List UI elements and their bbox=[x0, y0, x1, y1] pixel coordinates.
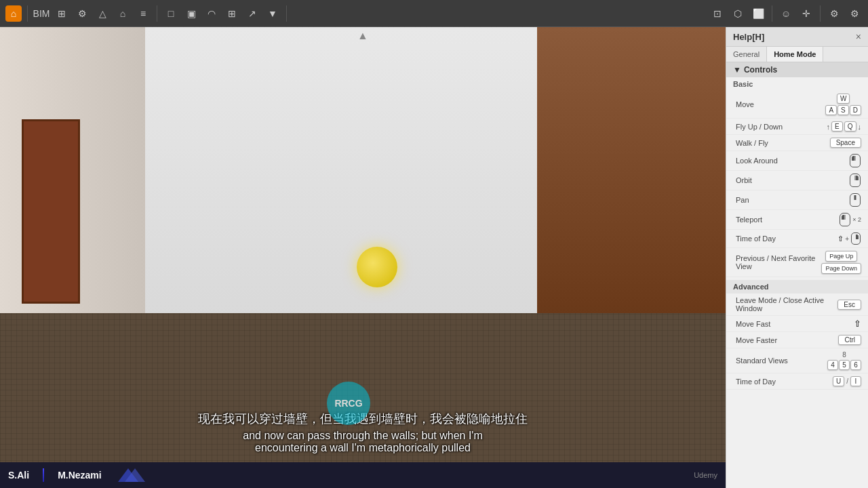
key-esc: Esc bbox=[837, 300, 861, 310]
up-arrow-icon: ↑ bbox=[827, 123, 831, 131]
doc2-icon[interactable]: ▣ bbox=[183, 5, 199, 22]
sep5 bbox=[820, 5, 821, 22]
controls-section-header: ▼ Controls bbox=[726, 62, 868, 77]
move-faster-row: Move Faster Ctrl bbox=[726, 332, 868, 348]
sun-ball bbox=[357, 247, 397, 287]
curve-icon[interactable]: ◠ bbox=[203, 5, 220, 22]
orbit-row: Orbit bbox=[726, 171, 868, 190]
key-w: W bbox=[837, 94, 850, 104]
key-q: Q bbox=[844, 121, 856, 131]
key-5: 5 bbox=[839, 360, 850, 370]
orbit-label: Orbit bbox=[736, 176, 849, 184]
name-divider bbox=[43, 468, 44, 482]
person-icon[interactable]: ☺ bbox=[778, 5, 794, 22]
key-a: A bbox=[825, 105, 837, 115]
time-of-day-ui-row: Time of Day U / I bbox=[726, 373, 868, 390]
pan-label: Pan bbox=[736, 196, 849, 204]
key-space: Space bbox=[830, 138, 861, 148]
standard-views-row: Standard Views 8 4 5 6 bbox=[726, 348, 868, 373]
num-8-icon: 8 bbox=[842, 351, 846, 359]
move-faster-label: Move Faster bbox=[736, 336, 838, 344]
look-around-label: Look Around bbox=[736, 157, 849, 165]
mouse-right-icon bbox=[850, 174, 861, 187]
dropdown-icon[interactable]: ▼ bbox=[264, 5, 281, 22]
mouse-dbl-icon bbox=[840, 213, 850, 226]
toolbar: ⌂ BIM ⊞ ⚙ △ ⌂ ≡ □ ▣ ◠ ⊞ ↗ ▼ ⊡ ⬡ ⬜ ☺ ✛ ⚙ … bbox=[0, 0, 868, 27]
time-of-day-keys: ⇧ + bbox=[837, 232, 861, 245]
svg-text:RRCG: RRCG bbox=[334, 398, 362, 409]
look-around-row: Look Around bbox=[726, 151, 868, 171]
cube-icon[interactable]: ⬡ bbox=[730, 5, 746, 22]
grid-icon[interactable]: ⊞ bbox=[224, 5, 240, 22]
time-of-day-label: Time of Day bbox=[736, 235, 837, 243]
teleport-row: Teleport × 2 bbox=[726, 210, 868, 230]
look-around-keys bbox=[849, 154, 861, 167]
arrow-icon[interactable]: ↗ bbox=[244, 5, 260, 22]
move3d-icon[interactable]: ✛ bbox=[798, 5, 814, 22]
time-of-day-ui-label: Time of Day bbox=[736, 378, 833, 386]
viewport[interactable]: ▲ RRCG 现在我可以穿过墙壁，但当我遇到墙壁时，我会被隐喻地拉住 and n… bbox=[0, 27, 726, 488]
nav-icon[interactable]: ⊞ bbox=[54, 5, 70, 22]
move-faster-keys: Ctrl bbox=[838, 335, 861, 345]
tab-general[interactable]: General bbox=[726, 47, 767, 62]
key-s: S bbox=[837, 105, 849, 115]
home-icon[interactable]: ⌂ bbox=[5, 5, 22, 22]
key-u: U bbox=[833, 376, 844, 386]
help-tabs: General Home Mode bbox=[726, 47, 868, 62]
brand-label: Udemy bbox=[694, 471, 717, 479]
settings-icon[interactable]: ⚙ bbox=[826, 5, 842, 22]
sep1 bbox=[27, 5, 28, 22]
controls-label: Controls bbox=[744, 65, 777, 75]
subtitle-en2: encountering a wall I'm metaphorically p… bbox=[41, 442, 685, 454]
watermark: RRCG bbox=[325, 380, 372, 427]
subtitle-bar: RRCG 现在我可以穿过墙壁，但当我遇到墙壁时，我会被隐喻地拉住 and now… bbox=[0, 404, 726, 461]
x2-label: × 2 bbox=[852, 216, 861, 223]
help-close-button[interactable]: × bbox=[856, 31, 861, 42]
subtitle-en1: and now can pass through the walls; but … bbox=[41, 430, 685, 442]
stairs-icon[interactable]: ≡ bbox=[135, 5, 151, 22]
sep3 bbox=[286, 5, 287, 22]
page-up-btn: Page Up bbox=[825, 251, 857, 262]
slash-sep: / bbox=[846, 378, 848, 385]
time-of-day-row: Time of Day ⇧ + bbox=[726, 230, 868, 248]
roof-icon[interactable]: ⌂ bbox=[115, 5, 131, 22]
walk-fly-label: Walk / Fly bbox=[736, 139, 830, 147]
down-arrow-icon: ↓ bbox=[858, 123, 862, 131]
doc-icon[interactable]: □ bbox=[163, 5, 179, 22]
help-header: Help[H] × bbox=[726, 27, 868, 47]
collapse-arrow[interactable]: ▲ bbox=[357, 30, 368, 42]
fly-up-down-keys: ↑ E Q ↓ bbox=[827, 121, 861, 131]
bottom-bar: S.Ali M.Nezami Udemy bbox=[0, 462, 726, 488]
fly-up-down-row: Fly Up / Down ↑ E Q ↓ bbox=[726, 119, 868, 135]
tools-icon[interactable]: ⚙ bbox=[74, 5, 90, 22]
prev-next-keys: Page Up Page Down bbox=[821, 251, 861, 274]
move-label: Move bbox=[736, 100, 825, 108]
sep2 bbox=[157, 5, 157, 22]
bim-icon[interactable]: BIM bbox=[33, 5, 50, 22]
standard-views-keys: 8 4 5 6 bbox=[827, 351, 861, 370]
view-icon[interactable]: ⊡ bbox=[709, 5, 726, 22]
key-i: I bbox=[850, 376, 861, 386]
mouse-middle-icon bbox=[850, 193, 861, 207]
shapes-icon[interactable]: △ bbox=[94, 5, 111, 22]
standard-views-label: Standard Views bbox=[736, 357, 827, 365]
mouse-left-icon bbox=[850, 154, 861, 167]
main-area: ▲ RRCG 现在我可以穿过墙壁，但当我遇到墙壁时，我会被隐喻地拉住 and n… bbox=[0, 27, 868, 488]
move-keys: W A S D bbox=[825, 94, 861, 115]
tab-home-mode[interactable]: Home Mode bbox=[767, 47, 823, 62]
pan-row: Pan bbox=[726, 190, 868, 210]
gear-icon[interactable]: ⚙ bbox=[846, 5, 863, 22]
pan-keys bbox=[849, 193, 861, 207]
walk-fly-keys: Space bbox=[830, 138, 861, 148]
wall-center bbox=[145, 27, 545, 340]
key-e: E bbox=[831, 121, 843, 131]
move-fast-row: Move Fast ⇧ bbox=[726, 316, 868, 332]
teleport-label: Teleport bbox=[736, 216, 839, 224]
orbit-keys bbox=[849, 174, 861, 187]
walk-fly-row: Walk / Fly Space bbox=[726, 135, 868, 151]
leave-mode-row: Leave Mode / Close Active Window Esc bbox=[726, 293, 868, 316]
help-panel: Help[H] × General Home Mode ▼ Controls B… bbox=[726, 27, 868, 488]
time-of-day-ui-keys: U / I bbox=[833, 376, 861, 386]
box-icon[interactable]: ⬜ bbox=[750, 5, 766, 22]
help-title: Help[H] bbox=[733, 32, 764, 42]
